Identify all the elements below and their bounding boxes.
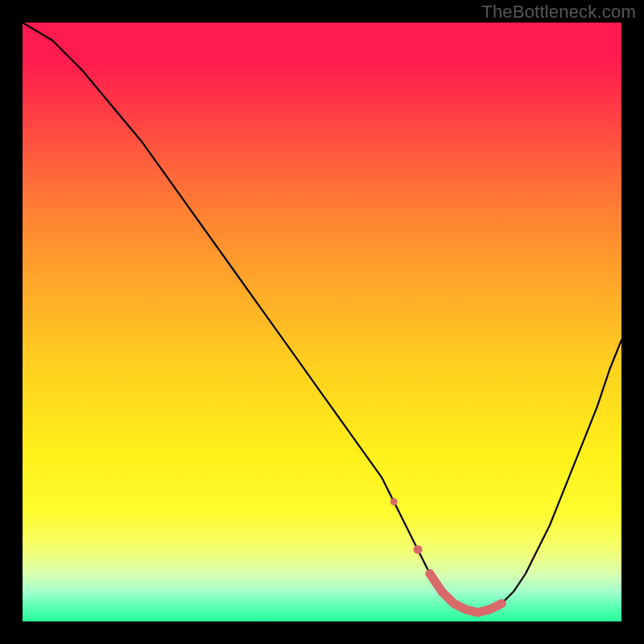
marker-thick-segment [430, 574, 502, 613]
chart-curve-layer [23, 23, 621, 621]
bottleneck-curve [23, 23, 621, 613]
chart-plot-area [23, 23, 621, 621]
marker-dot [390, 498, 398, 506]
marker-dot [414, 545, 423, 554]
curve-markers [390, 498, 502, 613]
watermark-text: TheBottleneck.com [481, 2, 636, 23]
